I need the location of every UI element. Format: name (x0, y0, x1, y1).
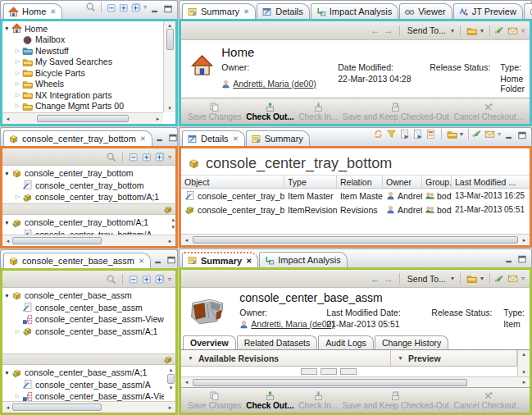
horizontal-scrollbar[interactable]: ◂ ▸ (181, 234, 530, 245)
view-menu-icon[interactable]: ▿ (143, 3, 147, 11)
scrollbar-thumb[interactable] (193, 236, 518, 244)
tab-summary[interactable]: Summary ✕ (182, 252, 258, 267)
expander-icon[interactable]: ▷ (13, 92, 22, 98)
save-changes-button[interactable]: Save Changes (188, 390, 242, 410)
tab-process-history[interactable]: Process History (524, 3, 532, 19)
apply-check-icon[interactable]: ✓ (496, 273, 504, 285)
scroll-right-icon[interactable]: ▸ (166, 238, 175, 244)
close-icon[interactable]: ✕ (140, 135, 146, 143)
revision-cell[interactable] (301, 368, 317, 375)
folder-menu-icon[interactable]: ▾ (480, 275, 484, 282)
filter-icon[interactable] (386, 129, 397, 139)
scroll-left-icon[interactable]: ◂ (182, 237, 191, 244)
scroll-down-icon[interactable]: ▾ (170, 385, 173, 391)
tab-base-assm[interactable]: console_center_base_assm ✕ (3, 253, 151, 268)
maximize-icon[interactable] (163, 4, 173, 14)
expander-icon[interactable]: ▷ (13, 328, 22, 335)
vertical-scrollbar[interactable]: ▴ ▾ (163, 21, 175, 112)
expander-icon[interactable]: ▷ (13, 393, 22, 399)
cancel-checkout-button[interactable]: Cancel Checkout... (454, 102, 524, 121)
view-menu-icon[interactable]: ▿ (168, 276, 171, 283)
check-out-button[interactable]: Check Out... (246, 390, 293, 410)
tab-summary[interactable]: Summary ✕ (182, 3, 256, 19)
tree-item[interactable]: Mailbox (2, 34, 163, 46)
tree-item[interactable]: console_center_base_assm (2, 302, 175, 314)
preview-section[interactable]: ▼ Preview (391, 350, 517, 366)
maximize-icon[interactable] (517, 130, 527, 140)
forward-icon[interactable]: → (384, 25, 393, 36)
collapse-triangle-icon[interactable]: ▼ (188, 355, 193, 361)
revision-cell[interactable] (340, 368, 357, 375)
scrollbar-thumb[interactable] (193, 379, 467, 386)
close-icon[interactable]: ✕ (139, 257, 144, 265)
tree-item[interactable]: console_center_base_assm-View (2, 313, 175, 326)
collapse-all-icon[interactable] (129, 152, 139, 162)
tab-impact-analysis[interactable]: Impact Analysis (311, 3, 398, 19)
close-icon[interactable]: ✕ (243, 7, 249, 16)
horizontal-scrollbar[interactable]: ◂ ▸ (2, 112, 163, 124)
scrollbar-thumb[interactable] (12, 404, 102, 411)
scrollbar-thumb[interactable] (12, 237, 102, 244)
tab-jt-preview[interactable]: JT Preview (453, 3, 523, 19)
forward-icon[interactable]: → (384, 273, 393, 285)
expand-all-icon[interactable] (155, 274, 165, 284)
minimize-icon[interactable] (504, 254, 514, 264)
save-keep-checked-out-button[interactable]: Save and Keep Checked-Out (343, 102, 449, 121)
minimize-icon[interactable] (155, 133, 165, 143)
folder-menu-icon[interactable]: ▾ (460, 130, 463, 138)
scroll-up-icon[interactable]: ▴ (170, 367, 173, 373)
tree-item[interactable]: console_center_tray_bottom/A (2, 229, 164, 235)
expander-icon[interactable]: ▾ (2, 170, 11, 177)
column-header-last-modified[interactable]: Last Modified ... (452, 176, 530, 188)
collapse-all-icon[interactable] (129, 274, 139, 284)
table-row[interactable]: console_center_tray_bottor Item Master I… (181, 189, 530, 203)
horizontal-scrollbar[interactable]: ◂ ▸ (2, 235, 175, 246)
scroll-left-icon[interactable]: ◂ (182, 379, 191, 385)
collapse-all-icon[interactable] (107, 2, 116, 12)
expander-icon[interactable]: ▷ (13, 194, 22, 200)
scroll-right-icon[interactable]: ▸ (166, 404, 175, 411)
maximize-icon[interactable] (168, 133, 178, 143)
tree-item[interactable]: console_center_base_assm/A (2, 379, 164, 391)
tree-item[interactable]: ▷ NX Integration parts (2, 89, 163, 101)
scroll-up-icon[interactable]: ▴ (168, 22, 171, 29)
expander-icon[interactable]: ▾ (2, 219, 11, 226)
column-header-group[interactable]: Group... (422, 176, 452, 188)
check-in-button[interactable]: Check In... (298, 390, 338, 410)
scroll-right-icon[interactable]: ▸ (520, 237, 529, 244)
vertical-scrollbar[interactable]: ▴ ▾ (517, 350, 530, 376)
expander-icon[interactable]: ▷ (13, 70, 22, 76)
expander-icon[interactable]: ▷ (13, 103, 22, 109)
save-keep-checked-out-button[interactable]: Save and Keep Checked-Out (343, 390, 449, 410)
close-icon[interactable]: ✕ (246, 257, 252, 265)
scroll-up-icon[interactable]: ▴ (171, 217, 175, 223)
scrollbar-thumb[interactable] (167, 374, 175, 384)
maximize-icon[interactable] (166, 255, 176, 265)
scrollbar-thumb[interactable] (166, 29, 174, 50)
close-icon[interactable]: ✕ (50, 7, 56, 16)
horizontal-scrollbar[interactable]: ◂ ▸ (181, 376, 530, 387)
maximize-icon[interactable] (517, 254, 527, 264)
column-header-owner[interactable]: Owner (383, 176, 422, 188)
scroll-down-icon[interactable]: ▾ (522, 369, 525, 376)
tree-item[interactable]: ▷ My Saved Searches (2, 57, 163, 68)
search-icon[interactable] (106, 152, 116, 162)
export-csv-icon[interactable] (425, 129, 436, 139)
cancel-checkout-button[interactable]: Cancel Checkout... (454, 390, 524, 410)
send-to-menu-icon[interactable]: ▾ (451, 275, 454, 282)
subtab-change-history[interactable]: Change History (375, 335, 448, 349)
scroll-down-icon[interactable]: ▾ (168, 105, 171, 112)
tree-item[interactable]: ▷ Wheels (2, 79, 163, 90)
subtab-overview[interactable]: Overview (183, 335, 236, 349)
vertical-scroll-arrows[interactable]: ▴ ▾ (171, 217, 175, 230)
scroll-down-icon[interactable]: ▾ (171, 224, 175, 230)
tab-details[interactable]: Details ✕ (182, 130, 245, 146)
check-in-button[interactable]: Check In... (298, 102, 338, 121)
toolbar-overflow-icon[interactable]: ▿ (521, 27, 525, 34)
owner-link[interactable]: Andretti, Maria (de00) (239, 319, 326, 329)
tree-item[interactable]: ▷ Change Mgmt Parts 00 (2, 101, 163, 112)
column-header-type[interactable]: Type (284, 176, 337, 188)
close-icon[interactable]: ✕ (233, 135, 239, 143)
tree-item[interactable]: ▷ Bicycle Parts (2, 67, 163, 79)
subtab-audit-logs[interactable]: Audit Logs (318, 335, 374, 349)
